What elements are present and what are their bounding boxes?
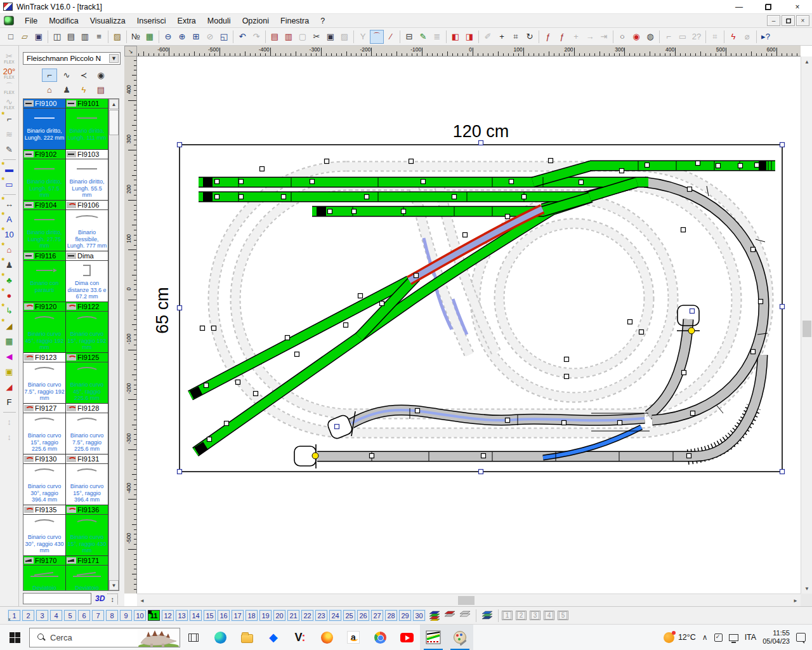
figures-tool-button[interactable]: ♟: [59, 83, 74, 96]
undo-button[interactable]: ↶: [235, 30, 249, 44]
layer-tab-27[interactable]: 27: [371, 610, 383, 621]
layer-tab-2[interactable]: 2: [22, 610, 34, 621]
layer-tab-11[interactable]: 11: [148, 610, 160, 621]
taskbar-amazon-button[interactable]: a: [340, 625, 367, 650]
overlap-back-button[interactable]: ◨: [462, 30, 476, 44]
zoom-in-button[interactable]: ⊕: [175, 30, 189, 44]
layer-tab-24[interactable]: 24: [329, 610, 341, 621]
taskbar-edge-button[interactable]: [207, 625, 233, 650]
layer-tab-16[interactable]: 16: [218, 610, 230, 621]
library-item-fi9135[interactable]: FI9135Binario curvo 30°, raggio 430 mm: [23, 505, 66, 556]
menu-inserisci[interactable]: Inserisci: [131, 15, 172, 27]
flex-curve-button[interactable]: ⌒FLEX: [1, 81, 18, 96]
library-item-fi9123[interactable]: FI9123Binario curvo 7.5°, raggio 192 mm: [23, 353, 66, 404]
restore-button[interactable]: [754, 0, 783, 14]
mdi-restore-button[interactable]: [782, 15, 795, 26]
turnout-tool-button[interactable]: ≺: [76, 69, 91, 82]
background-image-button[interactable]: ▦: [143, 30, 157, 44]
start-button[interactable]: [0, 625, 29, 650]
aux-plan-5-button[interactable]: 5: [558, 611, 568, 620]
copy-button[interactable]: ▣: [324, 30, 337, 44]
menu-moduli[interactable]: Moduli: [202, 15, 237, 27]
aux-plan-2-button[interactable]: 2: [516, 611, 527, 620]
gradient-up-button[interactable]: ƒ: [541, 30, 555, 44]
layer-tab-4[interactable]: 4: [50, 610, 62, 621]
width-arrow-button[interactable]: ↔: [1, 197, 18, 212]
aux-plan-4-button[interactable]: 4: [544, 611, 554, 620]
overlap-front-button[interactable]: ◧: [449, 30, 462, 44]
ramp-button[interactable]: ◢: [1, 380, 18, 395]
library-item-fi9125[interactable]: FI9125Binario curvo 45°, raggio 225.6 mm: [66, 353, 108, 404]
library-item-fi9136[interactable]: FI9136Binario curvo 15°, raggio 430 mm: [66, 505, 108, 556]
taskbar-v-media-button[interactable]: V:: [287, 625, 313, 650]
layer-current-red-button[interactable]: [442, 609, 457, 622]
terrain-wedge-button[interactable]: ◢: [1, 319, 18, 334]
join-next-button[interactable]: →: [583, 30, 597, 44]
catalog-tool-button[interactable]: ▤: [93, 83, 108, 96]
taskbar-chrome-button[interactable]: [367, 625, 393, 650]
redo-button[interactable]: ↷: [249, 30, 263, 44]
layer-tab-21[interactable]: 21: [287, 610, 299, 621]
number-query-button[interactable]: 2?: [690, 30, 704, 44]
parts-list-remove-button[interactable]: ▢: [296, 30, 310, 44]
notification-icon[interactable]: [796, 633, 806, 642]
scroll-up-icon[interactable]: ▲: [109, 99, 119, 109]
context-help-button[interactable]: ▸?: [759, 30, 773, 44]
save-file-button[interactable]: ▣: [32, 30, 46, 44]
layer-tab-29[interactable]: 29: [399, 610, 411, 621]
library-item-fi9101[interactable]: FI9101Binario diritto, Lungh. 111 mm: [66, 99, 108, 150]
menu-finestra[interactable]: Finestra: [275, 15, 315, 27]
layer-tab-10[interactable]: 10: [134, 610, 146, 621]
aux-plan-3-button[interactable]: 3: [530, 611, 540, 620]
layer-tab-15[interactable]: 15: [204, 610, 216, 621]
camera-button[interactable]: ▣: [1, 364, 18, 380]
knife-button[interactable]: ✎: [1, 142, 18, 157]
usb-icon[interactable]: [714, 633, 723, 642]
gradient-down-button[interactable]: ƒ: [555, 30, 569, 44]
parts-list-button[interactable]: ▤: [268, 30, 282, 44]
keyboard-language[interactable]: ITA: [745, 633, 757, 642]
balloon-red-button[interactable]: ◉: [629, 30, 643, 44]
font-tool-button[interactable]: F: [1, 395, 18, 410]
filter-tracks-button[interactable]: Y: [356, 30, 370, 44]
menu-file[interactable]: File: [19, 15, 43, 27]
part-search-input[interactable]: [23, 593, 91, 604]
print-button[interactable]: ▤: [64, 30, 78, 44]
close-button[interactable]: ×: [783, 0, 812, 14]
electric-tool-button[interactable]: ϟ: [76, 83, 91, 96]
dashed-rect-button[interactable]: ▭: [1, 177, 18, 192]
library-item-fi9104[interactable]: FI9104Binario diritto, Lungh. 27.75 mm: [23, 201, 66, 251]
layer-tab-9[interactable]: 9: [120, 610, 132, 621]
parts-list-add-button[interactable]: ▥: [282, 30, 296, 44]
flex-curve-button[interactable]: ⌒: [370, 30, 384, 44]
weather-widget[interactable]: 12°C: [664, 632, 696, 643]
track-family-select[interactable]: Fleischmann Piccolo N ▼: [23, 52, 121, 65]
import-symbols-button[interactable]: ▨: [110, 30, 124, 44]
mdi-minimize-button[interactable]: –: [767, 15, 780, 26]
tray-overflow-icon[interactable]: ∧: [702, 633, 708, 642]
scroll-down-icon[interactable]: ▼: [109, 580, 119, 590]
horizontal-scrollbar[interactable]: ◄ ►: [137, 594, 801, 606]
menu-help[interactable]: ?: [315, 15, 331, 27]
pipe-bend-button[interactable]: ⌐: [1, 112, 18, 127]
menu-opzioni[interactable]: Opzioni: [237, 15, 275, 27]
menu-extra[interactable]: Extra: [172, 15, 202, 27]
layer-tab-22[interactable]: 22: [301, 610, 313, 621]
layer-tab-12[interactable]: 12: [162, 610, 174, 621]
lamp-ball-button[interactable]: ●: [1, 288, 18, 303]
library-item-fi9102[interactable]: FI9102Binario diritto, Lungh. 57.5 mm: [23, 150, 66, 201]
library-item-fi9170[interactable]: FI9170Deviatoio: [23, 556, 66, 591]
building-button[interactable]: ⌂: [1, 242, 18, 258]
taskbar-search[interactable]: Cerca: [29, 628, 180, 647]
taskbar-firefox-button[interactable]: [313, 625, 340, 650]
library-item-fi9131[interactable]: FI9131Binario curvo 15°, raggio 396.4 mm: [66, 454, 108, 505]
layer-tab-7[interactable]: 7: [92, 610, 104, 621]
network-icon[interactable]: [729, 634, 738, 641]
plan-canvas[interactable]: 120 cm 65 cm: [137, 56, 801, 594]
print-setup-button[interactable]: ▥: [78, 30, 92, 44]
route-arrow-button[interactable]: ↳: [1, 303, 18, 319]
building-tool-button[interactable]: ⌂: [42, 83, 57, 96]
dimension-line-button[interactable]: ▬: [1, 162, 18, 177]
layer-tab-14[interactable]: 14: [190, 610, 202, 621]
mdi-close-button[interactable]: ×: [796, 15, 809, 26]
